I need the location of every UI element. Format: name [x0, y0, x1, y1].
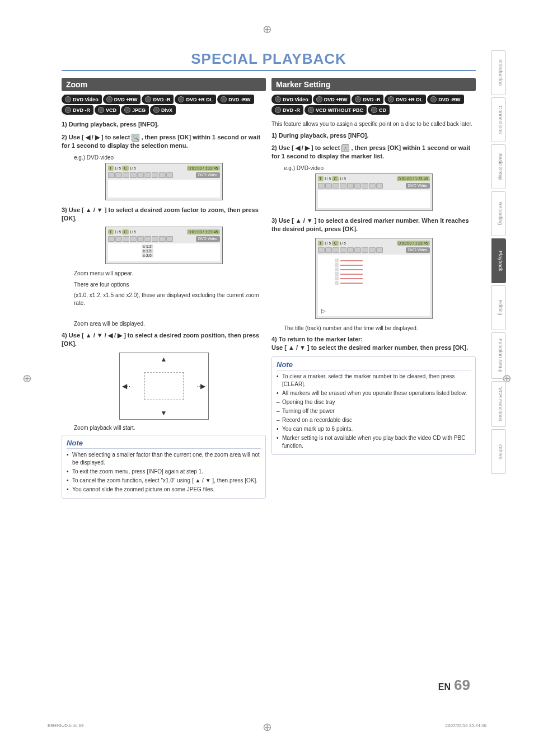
badge: CD — [368, 105, 390, 115]
footer-timestamp: 2007/05/16 15:44:46 — [446, 723, 486, 728]
title-underline — [62, 70, 476, 71]
zoom-step4: 4) Use [ ▲ / ▼ / ◀ / ▶ ] to select a des… — [62, 331, 266, 348]
badge: DVD -RW — [427, 95, 463, 104]
dvd-tag: DVD Video — [196, 172, 220, 178]
tab-editing[interactable]: Editing — [491, 285, 506, 330]
marker-step3: 3) Use [ ▲ / ▼ ] to select a desired mar… — [271, 217, 476, 233]
marker-step4: 4) To return to the marker later: Use [ … — [271, 335, 476, 352]
tab-connections[interactable]: Connections — [491, 97, 506, 142]
tab-introduction[interactable]: Introduction — [491, 50, 506, 95]
arrow-left-icon: ◀·· — [122, 382, 131, 390]
zoom-format-badges: DVD Video DVD +RW DVD -R DVD +R DL DVD -… — [62, 95, 266, 115]
badge: VCD — [95, 105, 120, 115]
osd-icon — [123, 172, 129, 178]
tab-playback[interactable]: Playback — [491, 238, 506, 283]
footer-filename: E9H90UD.indd 69 — [48, 723, 83, 728]
arrow-down-icon: ▼ — [161, 409, 167, 417]
zoom-diagram: ▲ ▼ ◀·· ··▶ — [119, 353, 209, 420]
marker-step1: 1) During playback, press [INFO]. — [271, 132, 476, 140]
play-icon: ▷ — [321, 308, 326, 314]
osd-icon — [130, 172, 137, 178]
footer: E9H90UD.indd 69 2007/05/16 15:44:46 — [48, 723, 486, 728]
zoom-para: Zoom area will be displayed. — [74, 320, 266, 328]
zoom-step2: 2) Use [ ◀ / ▶ ] to select 🔍 , then pres… — [62, 133, 266, 150]
osd-screenshot-1: T 1/ 5 C 1/ 5 0:01:00 / 1:23:45 DVD Vide… — [105, 163, 223, 200]
note-item: To clear a marker, select the marker num… — [277, 373, 471, 388]
osd-icon — [115, 172, 122, 178]
page-content: SPECIAL PLAYBACK Zoom DVD Video DVD +RW … — [62, 50, 476, 705]
magnifier-icon: 🔍 — [132, 134, 139, 142]
note-item: Turning off the power — [277, 407, 471, 415]
osd-icon — [152, 172, 158, 178]
osd-icon — [108, 172, 115, 178]
zoom-option: x 1.2 — [142, 245, 153, 248]
zoom-para: There are four options — [74, 281, 266, 289]
chapter-chip: C — [122, 166, 128, 171]
badge: DVD +R DL — [385, 95, 426, 104]
side-tabs: Introduction Connections Basic Setup Rec… — [491, 50, 506, 476]
right-column: Marker Setting DVD Video DVD +RW DVD -R … — [271, 78, 476, 499]
osd-screenshot-2: T 1/ 5 C 1/ 5 0:01:00 / 1:23:45 DVD Vide… — [105, 227, 223, 264]
badge: DVD -R — [142, 95, 174, 104]
title-chip: T — [108, 166, 114, 171]
note-item: You can mark up to 6 points. — [277, 425, 471, 433]
note-item: Marker setting is not available when you… — [277, 434, 471, 450]
note-item: To exit the zoom menu, press [INFO] agai… — [67, 468, 261, 476]
osd-icon — [144, 172, 151, 178]
badge: DivX — [150, 105, 176, 115]
badge: DVD Video — [62, 95, 102, 104]
marker-list-graphic — [340, 257, 363, 287]
left-column: Zoom DVD Video DVD +RW DVD -R DVD +R DL … — [62, 78, 266, 499]
zoom-option: x 2.0 — [142, 253, 153, 257]
note-item: You cannot slide the zoomed picture on s… — [67, 486, 261, 494]
page-number: EN69 — [438, 677, 470, 694]
crop-mark-icon: ⊕ — [22, 372, 32, 385]
page-title: SPECIAL PLAYBACK — [62, 50, 476, 68]
note-item: To cancel the zoom function, select "x1.… — [67, 477, 261, 485]
marker-format-badges: DVD Video DVD +RW DVD -R DVD +R DL DVD -… — [271, 95, 476, 115]
marker-intro: This feature allows you to assign a spec… — [271, 120, 476, 128]
osd-screenshot-4: T 1/ 5 C 1/ 5 0:01:00 / 1:23:45 DVD Vide… — [315, 238, 433, 319]
tab-function-setup[interactable]: Function Setup — [491, 332, 506, 379]
tab-basic-setup[interactable]: Basic Setup — [491, 144, 506, 189]
badge: DVD -R — [271, 105, 303, 115]
eg-label: e.g.) DVD-video — [74, 154, 266, 161]
zoom-step3: 3) Use [ ▲ / ▼ ] to select a desired zoo… — [62, 206, 266, 223]
badge: DVD -R — [352, 95, 383, 104]
osd-icon — [166, 172, 173, 178]
marker-note: Note To clear a marker, select the marke… — [271, 356, 476, 455]
note-item: When selecting a smaller factor than the… — [67, 451, 261, 467]
zoom-option: x 1.5 — [142, 249, 153, 253]
zoom-para: (x1.0, x1.2, x1.5 and x2.0), these are d… — [74, 292, 266, 307]
badge: VCD WITHOUT PBC — [305, 105, 367, 115]
tab-vcr-functions[interactable]: VCR Functions — [491, 381, 506, 428]
arrow-up-icon: ▲ — [161, 355, 167, 363]
badge: DVD +RW — [313, 95, 351, 104]
eg-label: e.g.) DVD-video — [284, 165, 476, 171]
badge: DVD +RW — [103, 95, 141, 104]
zoom-para: Zoom playback will start. — [74, 424, 266, 432]
tab-recording[interactable]: Recording — [491, 191, 506, 236]
marker-para: The title (track) number and the time wi… — [284, 325, 476, 332]
note-item: Record on a recordable disc — [277, 416, 471, 424]
marker-step2: 2) Use [ ◀ / ▶ ] to select ⛬ , then pres… — [271, 144, 476, 161]
badge: DVD -R — [62, 105, 93, 115]
note-item: All markers will be erased when you oper… — [277, 389, 471, 397]
osd-icon — [137, 172, 144, 178]
time: 0:01:00 / 1:23:45 — [187, 166, 220, 171]
badge: DVD Video — [271, 95, 312, 104]
note-title: Note — [67, 439, 261, 449]
crop-mark-icon: ⊕ — [263, 22, 272, 36]
zoom-header: Zoom — [62, 78, 266, 91]
osd-icon — [159, 172, 166, 178]
badge: JPEG — [121, 105, 149, 115]
note-item: Opening the disc tray — [277, 398, 471, 406]
tab-others[interactable]: Others — [491, 429, 506, 474]
arrow-right-icon: ··▶ — [197, 382, 206, 390]
note-title: Note — [277, 360, 471, 370]
marker-header: Marker Setting — [271, 78, 476, 91]
marker-icon: ⛬ — [341, 144, 349, 152]
badge: DVD +R DL — [175, 95, 216, 104]
badge: DVD -RW — [217, 95, 254, 104]
zoom-para: Zoom menu will appear. — [74, 270, 266, 278]
